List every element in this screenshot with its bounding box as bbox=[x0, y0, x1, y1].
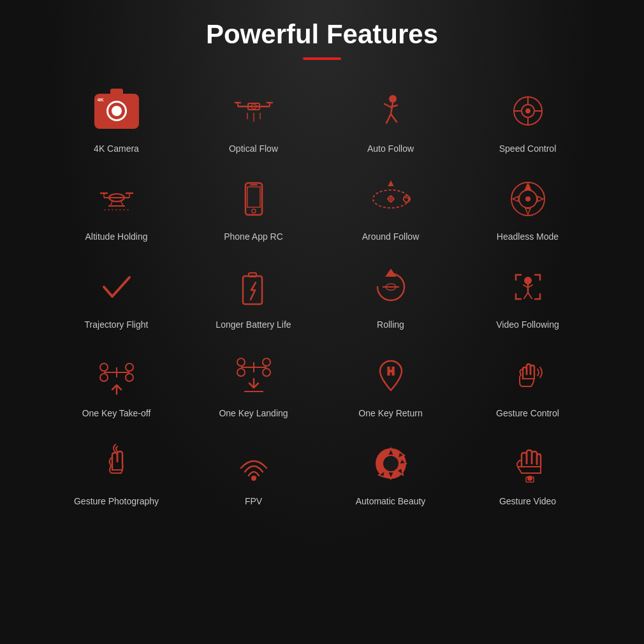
feature-phone-app: Phone App RC bbox=[185, 167, 322, 249]
feature-takeoff: One Key Take-off bbox=[48, 344, 185, 425]
feature-label-around-follow: Around Follow bbox=[362, 231, 420, 242]
feature-label-altitude-holding: Altitude Holding bbox=[85, 231, 147, 242]
gesture-control-icon bbox=[502, 350, 553, 401]
svg-point-79 bbox=[383, 456, 399, 471]
feature-label-auto-beauty: Automatic Beauty bbox=[356, 495, 426, 507]
around-follow-icon bbox=[365, 173, 416, 224]
feature-label-gesture-control: Gesture Control bbox=[496, 407, 559, 419]
gesture-video-icon bbox=[502, 438, 553, 489]
fpv-icon bbox=[228, 438, 279, 489]
feature-battery: Longer Battery Life bbox=[185, 255, 322, 337]
feature-return: H One Key Return bbox=[322, 344, 459, 425]
speed-control-icon bbox=[502, 85, 553, 136]
gesture-control-svg bbox=[506, 353, 550, 398]
svg-point-55 bbox=[525, 277, 531, 284]
svg-point-71 bbox=[263, 358, 270, 366]
feature-label-fpv: FPV bbox=[245, 495, 262, 507]
svg-line-60 bbox=[528, 293, 532, 298]
headless-mode-svg bbox=[506, 177, 550, 221]
svg-rect-51 bbox=[249, 273, 256, 277]
svg-point-35 bbox=[252, 209, 256, 213]
svg-point-18 bbox=[526, 109, 530, 113]
feature-label-rolling: Rolling bbox=[377, 319, 404, 330]
rolling-svg bbox=[369, 265, 413, 309]
feature-label-gesture-photo: Gesture Photography bbox=[74, 495, 159, 507]
feature-trajectory: Trajectory Flight bbox=[48, 255, 185, 337]
feature-gesture-control: Gesture Control bbox=[459, 344, 596, 425]
video-following-svg bbox=[506, 265, 550, 309]
video-following-icon bbox=[502, 261, 553, 312]
around-follow-svg bbox=[369, 177, 413, 221]
feature-altitude-holding: Altitude Holding bbox=[48, 167, 185, 249]
svg-point-72 bbox=[237, 369, 245, 376]
auto-beauty-svg bbox=[369, 441, 413, 486]
headless-mode-icon bbox=[502, 173, 553, 224]
feature-label-speed-control: Speed Control bbox=[499, 143, 557, 154]
main-container: Powerful Features 4K 4K Camera bbox=[0, 0, 644, 644]
camera-label: 4K bbox=[98, 97, 104, 103]
feature-gesture-video: Gesture Video bbox=[459, 432, 596, 513]
svg-marker-48 bbox=[538, 196, 543, 201]
optical-flow-svg bbox=[231, 89, 276, 133]
altitude-holding-icon bbox=[91, 173, 142, 224]
svg-rect-33 bbox=[245, 183, 262, 215]
gesture-photo-icon bbox=[91, 438, 142, 489]
takeoff-svg bbox=[94, 353, 139, 398]
landing-svg bbox=[231, 353, 276, 398]
phone-app-svg bbox=[231, 177, 276, 221]
return-icon: H bbox=[365, 350, 416, 401]
gesture-video-svg bbox=[506, 441, 550, 486]
svg-point-10 bbox=[389, 95, 397, 103]
altitude-holding-svg bbox=[94, 177, 139, 221]
auto-beauty-icon bbox=[365, 438, 416, 489]
feature-headless-mode: Headless Mode bbox=[459, 167, 596, 249]
svg-line-12 bbox=[384, 104, 391, 107]
feature-label-phone-app: Phone App RC bbox=[224, 231, 283, 242]
auto-follow-svg bbox=[369, 89, 413, 133]
camera-lens-inner bbox=[112, 106, 122, 116]
feature-auto-beauty: Automatic Beauty bbox=[322, 432, 459, 513]
svg-point-64 bbox=[126, 363, 133, 371]
svg-marker-47 bbox=[513, 196, 518, 201]
svg-text:H: H bbox=[387, 366, 395, 377]
feature-label-takeoff: One Key Take-off bbox=[82, 407, 151, 419]
svg-point-73 bbox=[263, 369, 270, 376]
gesture-photo-svg bbox=[94, 441, 139, 486]
feature-speed-control: Speed Control bbox=[459, 79, 596, 161]
svg-line-29 bbox=[110, 201, 112, 206]
feature-label-video-following: Video Following bbox=[496, 319, 559, 330]
svg-marker-52 bbox=[386, 270, 395, 276]
4k-camera-icon: 4K bbox=[91, 85, 142, 136]
svg-marker-46 bbox=[525, 209, 531, 214]
battery-icon bbox=[228, 261, 279, 312]
svg-line-14 bbox=[386, 114, 391, 123]
fpv-svg bbox=[231, 441, 276, 486]
camera-box: 4K bbox=[94, 94, 139, 129]
battery-svg bbox=[231, 265, 276, 309]
auto-follow-icon bbox=[365, 85, 416, 136]
feature-label-battery: Longer Battery Life bbox=[216, 319, 291, 330]
feature-label-return: One Key Return bbox=[358, 407, 422, 419]
feature-label-4k-camera: 4K Camera bbox=[94, 143, 139, 154]
feature-label-optical-flow: Optical Flow bbox=[229, 143, 278, 154]
svg-point-77 bbox=[252, 476, 256, 480]
svg-rect-34 bbox=[247, 187, 260, 207]
feature-label-headless-mode: Headless Mode bbox=[497, 231, 559, 242]
svg-point-63 bbox=[100, 363, 108, 371]
phone-app-icon bbox=[228, 173, 279, 224]
feature-around-follow: Around Follow bbox=[322, 167, 459, 249]
feature-label-auto-follow: Auto Follow bbox=[367, 143, 414, 154]
optical-flow-icon bbox=[228, 85, 279, 136]
svg-point-65 bbox=[100, 374, 108, 381]
features-grid: 4K 4K Camera bbox=[48, 79, 596, 513]
page-title: Powerful Features bbox=[206, 19, 438, 50]
svg-line-15 bbox=[391, 114, 397, 122]
feature-optical-flow: Optical Flow bbox=[185, 79, 322, 161]
svg-line-11 bbox=[391, 103, 393, 114]
feature-4k-camera: 4K 4K Camera bbox=[48, 79, 185, 161]
feature-label-gesture-video: Gesture Video bbox=[499, 495, 556, 507]
svg-marker-45 bbox=[525, 184, 531, 189]
svg-point-49 bbox=[526, 197, 530, 201]
rolling-icon bbox=[365, 261, 416, 312]
feature-auto-follow: Auto Follow bbox=[322, 79, 459, 161]
